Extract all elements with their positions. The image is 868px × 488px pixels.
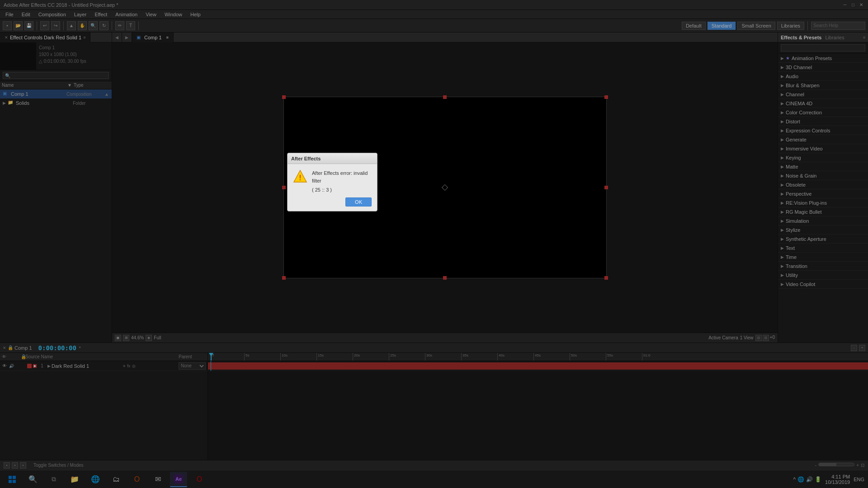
ok-button[interactable]: OK <box>345 197 372 206</box>
dialog-titlebar: After Effects <box>288 153 377 164</box>
dialog-message-area: After Effects error: invalid filter ( 25… <box>312 169 372 194</box>
dialog-footer: OK <box>288 197 377 211</box>
dialog-message-line1: After Effects error: invalid filter <box>312 169 372 184</box>
svg-text:!: ! <box>299 174 301 182</box>
dialog-message-line2: ( 25 :: 3 ) <box>312 186 372 194</box>
dialog-title: After Effects <box>291 156 321 161</box>
dialog-overlay: After Effects ! After Effects error: inv… <box>0 0 868 488</box>
warning-icon: ! <box>293 169 307 184</box>
dialog-body: ! After Effects error: invalid filter ( … <box>288 164 377 197</box>
error-dialog: After Effects ! After Effects error: inv… <box>287 153 377 211</box>
